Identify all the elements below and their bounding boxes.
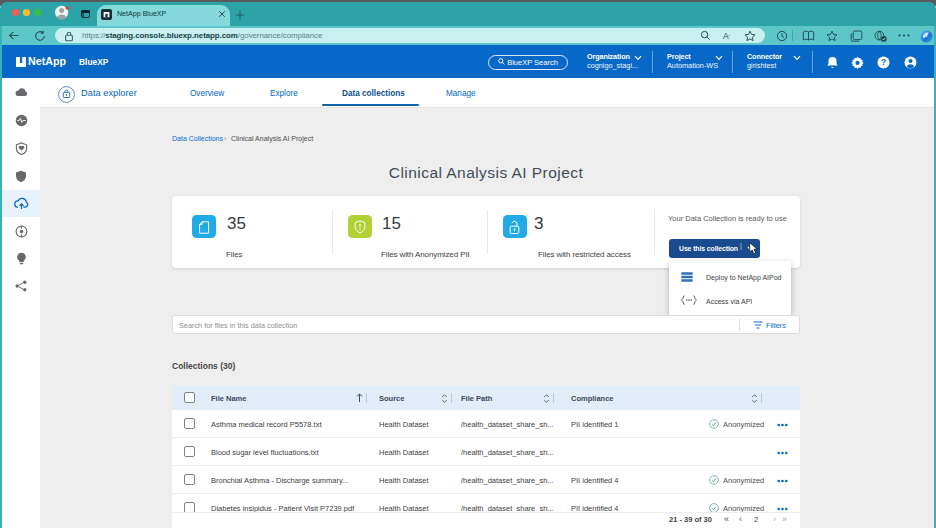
svg-text:?: ? xyxy=(881,57,886,67)
